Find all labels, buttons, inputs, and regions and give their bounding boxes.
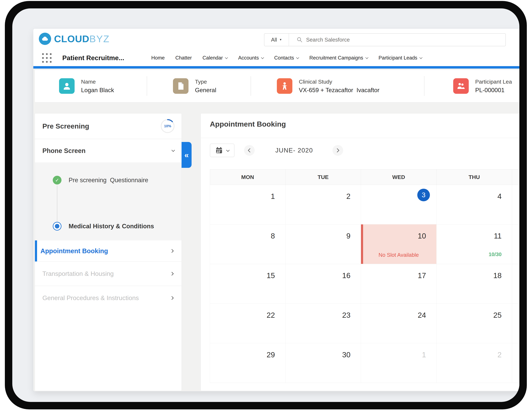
step-label: Medical History & Conditions [69, 223, 154, 230]
appointment-booking-panel: Appointment Booking [201, 113, 519, 391]
day-number: 10 [418, 232, 426, 240]
calendar-week-row: 8910No Slot Available1110/30 [210, 224, 519, 264]
record-field-text: Participant LeaPL-000001 [475, 79, 512, 93]
nav-item-label: Participant Leads [379, 55, 418, 61]
calendar-week-row: 15161718 [210, 264, 519, 304]
chevron-left-icon [248, 148, 252, 152]
record-highlights-panel: NameLogan BlackTypeGeneralClinical Study… [35, 70, 519, 102]
record-field-value: General [195, 87, 216, 93]
sidebar-item-label: General Procedures & Instructions [42, 294, 139, 301]
calendar-day-cell-23[interactable]: 23 [285, 304, 361, 343]
day-number: 22 [267, 311, 275, 319]
nav-item-accounts[interactable]: Accounts [238, 55, 264, 61]
calendar-week-row: 22232425 [210, 304, 519, 343]
sidebar-header: Pre Screening 10% [35, 113, 181, 139]
nav-item-chatter[interactable]: Chatter [175, 55, 192, 61]
calendar-view-dropdown[interactable] [210, 144, 234, 157]
chevron-down-icon [419, 56, 422, 59]
day-number: 1 [271, 192, 275, 201]
calendar-week-row: 1234 [210, 185, 519, 224]
day-number: 2 [346, 192, 351, 201]
calendar-day-cell-1[interactable]: 1 [210, 185, 285, 224]
sidebar-item-phone-screen[interactable]: Phone Screen [35, 139, 181, 162]
chevron-down-icon [365, 56, 368, 59]
day-number: 1 [422, 350, 426, 359]
nav-item-label: Calendar [202, 55, 223, 61]
chevron-down-icon [296, 56, 299, 59]
day-number: 2 [497, 350, 502, 359]
record-field-name: NameLogan Black [35, 70, 147, 102]
previous-month-button[interactable] [244, 145, 255, 156]
sidebar-collapse-button[interactable]: « [181, 142, 191, 168]
calendar-day-cell-18[interactable]: 18 [437, 264, 512, 304]
nav-item-participant-leads[interactable]: Participant Leads [379, 55, 422, 61]
participant-leads-icon [453, 78, 469, 94]
calendar-day-cell-29[interactable]: 29 [210, 343, 285, 383]
nav-item-calendar[interactable]: Calendar [202, 55, 228, 61]
calendar-day-cell-17[interactable]: 17 [361, 264, 437, 304]
screenshot-root: CLOUDBYZ All ▼ [0, 0, 532, 411]
search-scope-dropdown[interactable]: All ▼ [264, 34, 289, 46]
check-icon: ✓ [53, 176, 61, 185]
calendar-day-cell-4[interactable]: 4 [437, 185, 512, 224]
chevron-right-icon [170, 249, 174, 253]
sidebar-item-general-procedures-instructions[interactable]: General Procedures & Instructions [35, 286, 181, 310]
record-field-value: PL-000001 [475, 87, 512, 93]
calendar-day-cell-10[interactable]: 10No Slot Available [361, 224, 437, 264]
sidebar-item-transportation-housing[interactable]: Transportation & Housing [35, 262, 181, 286]
nav-item-recruitment-campaigns[interactable]: Recruitment Campaigns [309, 55, 368, 61]
day-number: 18 [493, 271, 502, 280]
user-icon [59, 78, 75, 94]
day-number: 17 [418, 271, 426, 280]
calendar-day-cell-2[interactable]: 2 [285, 185, 361, 224]
month-calendar: MONTUEWEDTHU 12348910No Slot Available11… [210, 169, 519, 383]
pre-screening-sidebar: Pre Screening 10% Phone Screen [35, 113, 182, 391]
calendar-week-row: 293012 [210, 343, 519, 383]
search-input[interactable] [306, 37, 505, 43]
calendar-day-cell-24[interactable]: 24 [361, 304, 437, 343]
calendar-day-cell-2[interactable]: 2 [437, 343, 512, 383]
divider [201, 138, 519, 138]
calendar-day-cell-25[interactable]: 25 [437, 304, 512, 343]
calendar-day-cell-9[interactable]: 9 [285, 224, 361, 264]
app-window: CLOUDBYZ All ▼ [33, 29, 519, 391]
calendar-day-cell-22[interactable]: 22 [210, 304, 285, 343]
clinical-study-icon [277, 78, 292, 94]
calendar-day-cell-11[interactable]: 1110/30 [437, 224, 512, 264]
calendar-controls: JUNE- 2020 [201, 144, 519, 158]
chevron-right-icon [335, 148, 339, 152]
sidebar-item-appointment-booking[interactable]: Appointment Booking [35, 240, 181, 262]
chevron-down-icon [226, 148, 229, 152]
month-label: JUNE- 2020 [262, 144, 326, 157]
calendar-day-cell-clipped [512, 224, 519, 264]
progress-ring: 10% [160, 119, 175, 134]
availability-count: 10/30 [489, 252, 502, 257]
chevron-down-icon [225, 56, 228, 59]
step-pre-screening-questionnaire[interactable]: ✓Pre screening Questionnaire [53, 176, 178, 185]
calendar-day-cell-3[interactable]: 3 [361, 185, 437, 224]
next-month-button[interactable] [332, 145, 343, 156]
day-number: 24 [418, 311, 426, 319]
app-launcher-icon[interactable] [42, 53, 52, 63]
calendar-day-cell-clipped [512, 304, 519, 343]
calendar-day-cell-16[interactable]: 16 [285, 264, 361, 304]
calendar-day-cell-8[interactable]: 8 [210, 224, 285, 264]
day-number: 9 [346, 232, 351, 240]
record-field-label: Clinical Study [299, 79, 380, 85]
nav-item-home[interactable]: Home [151, 55, 165, 61]
global-search: All ▼ [264, 33, 506, 46]
day-header-tue: TUE [285, 169, 361, 185]
logo-text-byz: BYZ [89, 33, 110, 45]
nav-item-contacts[interactable]: Contacts [274, 55, 299, 61]
step-medical-history-conditions[interactable]: Medical History & Conditions [53, 222, 178, 231]
sidebar-item-label: Appointment Booking [40, 247, 108, 255]
day-number: 4 [497, 192, 502, 201]
selected-day-badge[interactable]: 3 [417, 189, 430, 201]
no-slot-label: No Slot Available [361, 252, 436, 258]
nav-item-label: Home [151, 55, 165, 61]
calendar-day-cell-30[interactable]: 30 [285, 343, 361, 383]
day-number: 23 [342, 311, 351, 319]
calendar-day-cell-1[interactable]: 1 [361, 343, 437, 383]
day-number: 30 [342, 350, 351, 359]
calendar-day-cell-15[interactable]: 15 [210, 264, 285, 304]
